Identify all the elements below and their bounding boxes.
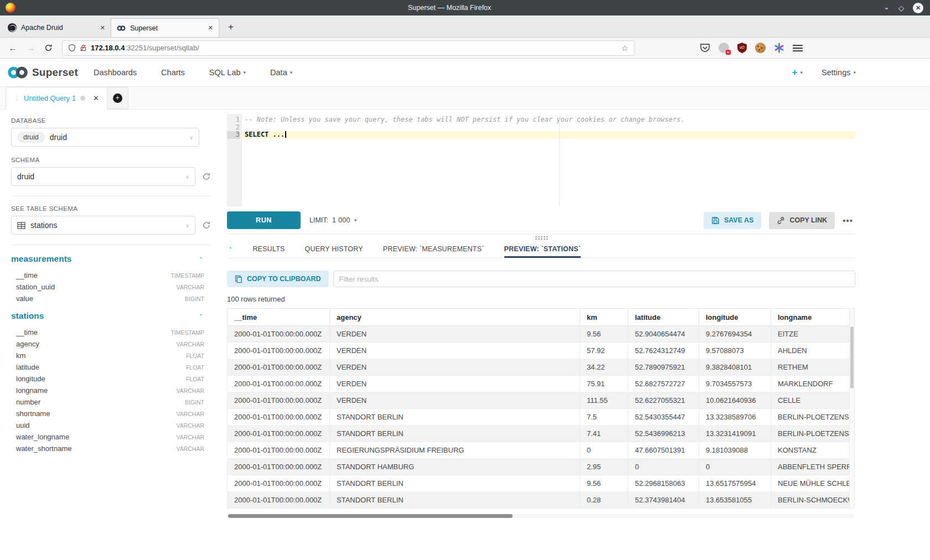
browser-tabstrip: Apache Druid ✕ Superset ✕ + [0,15,930,38]
save-as-button[interactable]: SAVE AS [704,212,762,229]
ublock-icon[interactable]: uO [737,43,747,53]
copy-to-clipboard-button[interactable]: COPY TO CLIPBOARD [227,271,329,287]
query-tab-close-icon[interactable]: ✕ [93,94,99,102]
column-name: water_longname [16,433,176,441]
table-row: 2000-01-01T00:00:00.000ZVERDEN9.5652.904… [228,326,850,343]
schema-column-row: shortnameVARCHAR [11,408,211,419]
asterisk-extension-icon[interactable] [774,43,784,53]
copy-link-button[interactable]: COPY LINK [769,212,835,229]
results-tab-1[interactable]: QUERY HISTORY [305,245,363,258]
table-cell: 2000-01-01T00:00:00.000Z [228,442,330,459]
window-titlebar: Superset — Mozilla Firefox ⌄ ◇ ✕ [0,0,930,15]
schema-column-row: latitudeFLOAT [11,361,211,373]
new-tab-button[interactable]: + [223,19,239,35]
browser-tab-druid[interactable]: Apache Druid ✕ [2,18,111,37]
column-header[interactable]: km [580,309,628,326]
url-field[interactable]: 172.18.0.4:32251/superset/sqllab/ ☆ [62,40,634,56]
tab-close-icon[interactable]: ✕ [100,24,105,32]
results-tab-2[interactable]: PREVIEW: `MEASUREMENTS` [383,245,484,258]
table-cell: 13.6517575954 [699,475,771,492]
superset-favicon [117,25,126,32]
extension-disabled-icon[interactable] [719,43,729,53]
nav-item-sql-lab[interactable]: SQL Lab▾ [209,68,246,77]
window-maximize-icon[interactable]: ◇ [898,4,904,12]
editor-code-area[interactable]: -- Note: Unless you save your query, the… [242,114,855,206]
column-header[interactable]: longname [771,309,850,326]
refresh-table-icon[interactable] [202,221,211,230]
sql-editor[interactable]: 123 -- Note: Unless you save your query,… [227,114,855,206]
collapse-pane-icon[interactable]: ⌃ [228,246,232,258]
settings-menu[interactable]: Settings▾ [822,68,856,77]
collapse-chevron-icon[interactable]: ⌃ [199,256,203,262]
column-header[interactable]: latitude [628,309,699,326]
drag-handle-icon[interactable]: ⋮ [14,95,19,102]
schema-column-row: station_uuidVARCHAR [11,281,211,293]
results-tab-0[interactable]: RESULTS [252,245,285,258]
refresh-schema-icon[interactable] [202,172,211,181]
vertical-scrollbar-thumb[interactable] [850,326,854,388]
schema-table-title[interactable]: stations [11,311,199,321]
table-cell: STANDORT BERLIN [330,492,580,509]
horizontal-scrollbar[interactable] [227,514,854,518]
add-new-button[interactable]: +▾ [792,67,803,78]
tab-close-icon[interactable]: ✕ [208,24,213,32]
forward-icon[interactable]: → [23,41,38,55]
column-name: uuid [16,421,176,429]
schema-table-title[interactable]: measurements [11,254,199,264]
column-header[interactable]: agency [330,309,580,326]
column-header[interactable]: __time [228,309,330,326]
table-cell: VERDEN [330,359,580,376]
back-icon[interactable]: ← [6,41,20,55]
schema-select[interactable]: druid ∨ [11,167,195,186]
window-minimize-icon[interactable]: ⌄ [884,3,890,11]
superset-brand[interactable]: Superset [7,65,78,80]
browser-tab-superset[interactable]: Superset ✕ [111,18,219,37]
more-options-button[interactable]: ••• [843,216,853,225]
menu-icon[interactable] [793,45,803,51]
collapse-chevron-icon[interactable]: ⌃ [199,313,203,319]
nav-item-data[interactable]: Data▾ [270,68,292,77]
table-select[interactable]: stations ∨ [11,216,195,235]
lock-insecure-icon[interactable] [80,44,87,52]
new-query-tab-button[interactable]: + [107,87,128,109]
table-cell: 2000-01-01T00:00:00.000Z [228,409,330,426]
window-close-icon[interactable]: ✕ [913,3,923,13]
url-text: 172.18.0.4:32251/superset/sqllab/ [91,44,617,52]
pane-resize-handle[interactable] [227,234,855,241]
table-row: 2000-01-01T00:00:00.000ZSTANDORT BERLIN9… [228,475,850,492]
results-tab-3[interactable]: PREVIEW: `STATIONS` [504,245,581,258]
filter-results-input[interactable] [333,271,855,287]
table-cell: STANDORT BERLIN [330,426,580,442]
table-icon [17,222,25,229]
database-select[interactable]: druid druid ∨ [11,128,199,147]
pocket-icon[interactable] [700,43,710,53]
editor-gutter: 123 [227,114,242,206]
schema-column-row: __timeTIMESTAMP [11,269,211,281]
reload-icon[interactable] [41,41,55,55]
table-row: 2000-01-01T00:00:00.000ZSTANDORT BERLIN7… [228,426,850,442]
query-tab-active[interactable]: ⋮ Untitled Query 1 ✕ [6,87,107,110]
table-cell: 9.2767694354 [699,326,771,343]
horizontal-scrollbar-thumb[interactable] [228,514,513,518]
column-header[interactable]: longitude [699,309,771,326]
column-type: FLOAT [186,352,204,359]
browser-tab-label: Apache Druid [21,24,96,32]
firefox-window: Superset — Mozilla Firefox ⌄ ◇ ✕ Apache … [0,0,930,560]
table-cell: 2000-01-01T00:00:00.000Z [228,343,330,359]
database-tag: druid [17,132,45,143]
nav-item-dashboards[interactable]: Dashboards [94,68,137,77]
table-row: 2000-01-01T00:00:00.000ZSTANDORT BERLIN0… [228,492,850,509]
run-button[interactable]: RUN [227,211,301,229]
cookie-extension-icon[interactable] [755,43,766,53]
shield-icon[interactable] [68,44,76,52]
table-cell: 52.5436996213 [628,426,699,442]
table-cell: 75.91 [580,376,628,392]
limit-dropdown[interactable]: LIMIT: 1 000 ▾ [309,216,356,224]
vertical-scrollbar[interactable] [850,308,855,509]
svg-text:uO: uO [740,45,745,49]
column-type: VARCHAR [176,387,204,394]
table-cell: 0 [699,459,771,475]
nav-item-charts[interactable]: Charts [161,68,185,77]
table-cell: 13.3231419091 [699,426,771,442]
bookmark-star-icon[interactable]: ☆ [621,44,628,53]
